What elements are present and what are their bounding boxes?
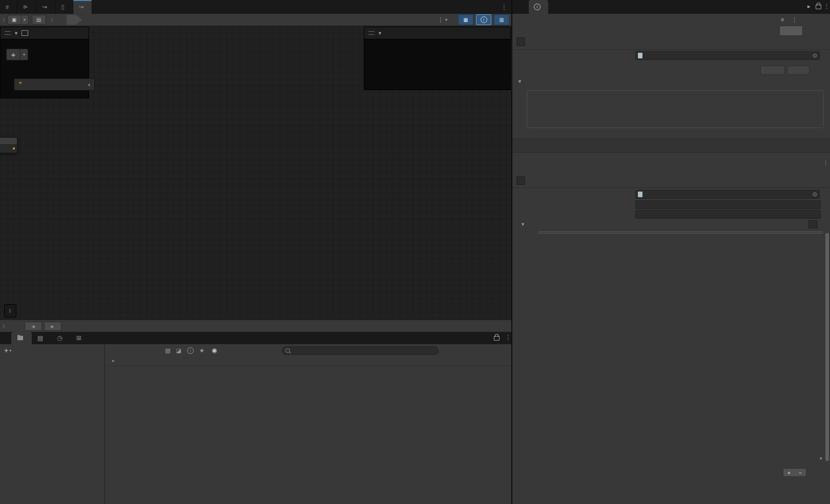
tab-scene-object-locator[interactable] [0,332,11,344]
blackboard-toggle-button[interactable]: ▥ [494,14,509,25]
drag-handle[interactable]: ‖ [3,323,5,329]
search-by-label-icon[interactable]: ◪ [176,347,181,354]
blackboard-icon [22,30,28,36]
property-expand-icon[interactable]: ‹ [88,81,90,88]
tab-scene-browser[interactable] [548,0,558,14]
open-button[interactable] [779,26,803,36]
tab-animation[interactable]: ◷ [51,332,70,344]
tabbar-kebab-icon[interactable]: ⋮ [501,4,507,11]
tab-inspector[interactable]: i [529,0,548,14]
object-picker-icon[interactable]: ⊙ [813,52,817,59]
drag-handle-icon[interactable] [5,31,11,35]
inspector-scrollbar[interactable] [825,233,829,461]
prev-error-button[interactable]: ◀ [25,322,42,331]
all-nodes-list [538,232,823,234]
eye-icon: ◉ [212,347,217,354]
breadcrumb: ▸ [105,355,511,366]
tab-simulator[interactable]: ▯ [56,0,73,14]
tab-project[interactable] [11,332,32,344]
blackboard-panel[interactable]: ▼ + ▾ ” ‹ [0,27,89,98]
graph-inspector-header[interactable]: ▼ [364,27,510,39]
imported-object-header [512,138,830,153]
log-icon[interactable]: ! [187,347,194,354]
lock-icon[interactable] [494,336,500,341]
collapse-icon[interactable]: ▼ [378,31,382,36]
blackboard-header[interactable]: ▼ [1,27,89,39]
device-icon: ▯ [61,4,65,10]
postprocessors-foldout[interactable]: ▼ [517,79,526,84]
panel-icon: ▥ [499,17,504,23]
search-input[interactable] [292,347,435,354]
project-kebab-icon[interactable]: ⋮ [505,334,511,341]
project-file-list: ▸ [105,355,511,504]
all-nodes-foldout[interactable]: ▼ [512,220,826,230]
toolbar-drag-handle[interactable]: ‖ [3,17,5,23]
blackboard-asset-type [1,44,89,45]
error-bar: ‖ ◀ ▶ [0,320,511,332]
add-property-dropdown[interactable]: ▾ [20,49,28,60]
hidden-count[interactable]: ◉ [212,347,219,354]
graph-breadcrumb[interactable] [67,15,82,25]
tab-scene[interactable]: # [0,0,17,14]
speaker-name-field[interactable] [635,210,821,219]
revert-button[interactable] [760,66,785,75]
tab-console[interactable]: ▤ [32,332,51,344]
graph-view-toolbar: ‖ [4,304,16,318]
create-asset-dropdown[interactable]: ▾ [9,348,11,353]
script-field[interactable]: ⊙ [635,190,820,199]
imported-object-kebab-icon[interactable]: ⋮ [823,160,828,166]
all-nodes-count [808,220,818,228]
presets-icon[interactable]: ≡ [781,16,784,23]
drag-handle-icon[interactable] [368,31,375,35]
script-icon [638,192,642,197]
next-error-button[interactable]: ▶ [44,322,61,331]
save-dropdown-button[interactable]: ▾ [22,15,29,25]
out-port[interactable] [13,148,15,150]
entry-node-id-field[interactable] [635,200,821,209]
tab-scroll-right-icon[interactable]: ▸ [807,3,811,10]
apply-button[interactable] [787,66,810,75]
inspector-kebab-icon[interactable]: ⋮ [824,3,829,10]
tab-testdialogue[interactable]: ↝ [36,0,55,14]
graph-inspector-toggle-button[interactable]: i [476,14,491,25]
tab-batch-component-adder[interactable] [569,0,579,14]
add-element-button[interactable]: + [783,469,795,476]
object-picker-icon[interactable]: ⊙ [813,191,817,198]
script-field[interactable]: ⊙ [635,51,820,60]
info-icon: i [481,16,487,23]
search-by-type-icon[interactable]: ▧ [165,347,170,354]
tab-animator[interactable]: ⊳ [17,0,36,14]
collapse-icon[interactable]: ▼ [14,31,18,36]
dialogue-graph-icon: ↝ [79,4,84,10]
scroll-down-icon[interactable]: ▾ [820,456,822,461]
blackboard-property-speakername[interactable]: ” ‹ [14,78,95,91]
importer-kebab-icon[interactable]: ⋮ [792,16,797,23]
save-button[interactable]: ▣ [7,15,22,25]
tab-timeline[interactable]: ⊞ [71,332,90,344]
chevron-right-icon: ▸ [112,358,115,363]
graph-toolbar: ‖ ▣ ▾ ▤ ‖ ⋮▾ ▦ i ▥ [0,14,512,26]
favorite-search-icon[interactable]: ★ [199,347,204,354]
add-property-button[interactable]: + [6,49,20,60]
tab-sprite-collider-generator[interactable] [558,0,569,14]
toolbar-drag-handle[interactable]: ‖ [51,17,53,23]
graph-node-StartNode[interactable]: ≡ [0,137,17,153]
save-as-button[interactable]: ▤ [32,15,46,25]
graph-options-button[interactable]: ⋮▾ [438,16,447,24]
save-icon: ▣ [12,17,16,23]
addressable-checkbox[interactable] [516,37,525,46]
minimap-toggle-button[interactable]: ▦ [458,14,473,25]
create-asset-button[interactable]: + [4,346,8,354]
graph-inspector-panel[interactable]: ▼ [364,27,511,90]
tab-overflow[interactable] [579,0,589,14]
project-search[interactable] [282,346,439,355]
addressable-checkbox[interactable] [516,176,525,185]
toolbar-drag-handle[interactable]: ‖ [9,308,11,314]
unity-editor-window: # ⊳ ↝ ▯ ↝ ⋮ ‖ ▣ ▾ ▤ ‖ ⋮▾ ▦ i ▥ [0,0,830,504]
graph-canvas[interactable]: ≡ ▼ + ▾ ” ‹ [0,26,511,320]
remove-element-button[interactable]: − [795,469,806,476]
console-icon: ▤ [37,334,43,342]
inspector-lock-icon[interactable] [816,5,821,9]
tab-testassdialogue[interactable]: ↝ [73,0,92,14]
project-tabbar: ▤ ◷ ⊞ ⋮ [0,332,511,344]
